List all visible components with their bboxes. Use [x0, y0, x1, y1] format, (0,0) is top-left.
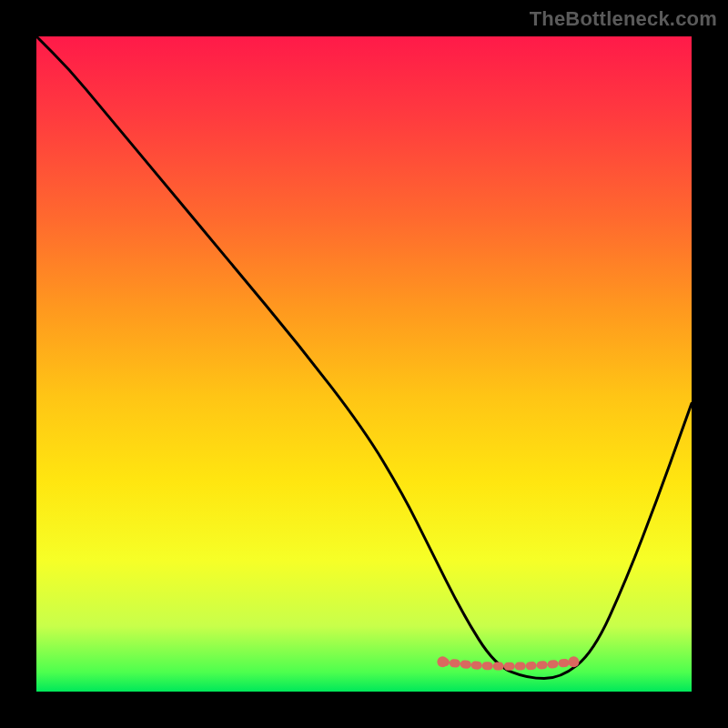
- curve-layer: [36, 36, 692, 692]
- gradient-plot-area: [36, 36, 692, 692]
- watermark-text: TheBottleneck.com: [530, 7, 717, 31]
- chart-frame: TheBottleneck.com: [0, 0, 728, 728]
- bottleneck-curve: [36, 36, 692, 679]
- sweet-spot-endpoint-left: [437, 656, 448, 667]
- sweet-spot-band: [442, 662, 573, 666]
- sweet-spot-endpoint-right: [568, 656, 579, 667]
